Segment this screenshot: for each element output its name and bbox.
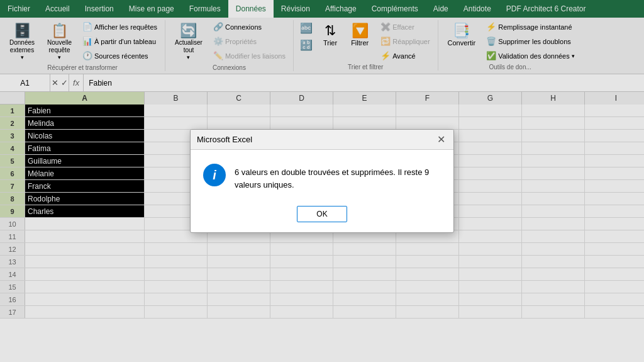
dialog-footer: OK: [191, 201, 453, 232]
dialog-titlebar: Microsoft Excel ✕: [191, 130, 453, 150]
dialog-close-button[interactable]: ✕: [435, 133, 447, 146]
info-icon: i: [203, 164, 226, 186]
dialog-message: 6 valeurs en double trouvées et supprimé…: [235, 162, 441, 191]
dialog-ok-button[interactable]: OK: [297, 206, 347, 222]
dialog-body: i 6 valeurs en double trouvées et suppri…: [191, 150, 453, 201]
dialog-title: Microsoft Excel: [197, 135, 252, 144]
modal-overlay: Microsoft Excel ✕ i 6 valeurs en double …: [0, 0, 644, 362]
dialog: Microsoft Excel ✕ i 6 valeurs en double …: [190, 129, 454, 233]
